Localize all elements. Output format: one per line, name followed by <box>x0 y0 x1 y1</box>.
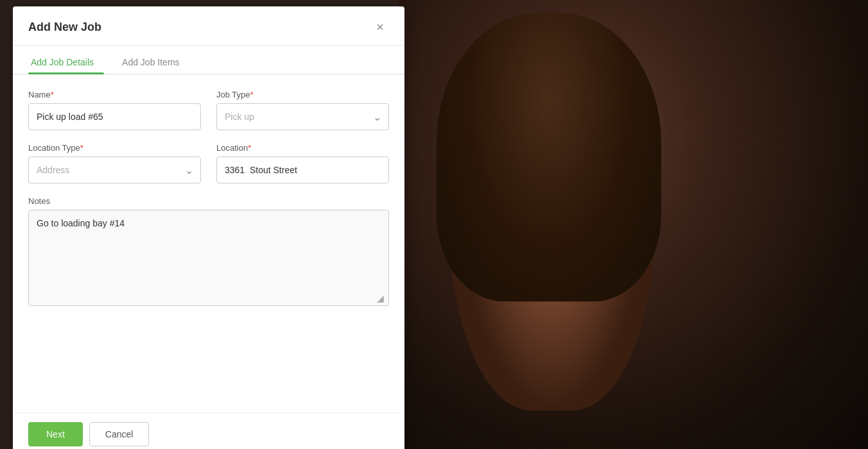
location-type-select-wrapper: Address GPS Coordinates ⌄ <box>28 157 201 183</box>
notes-label: Notes <box>28 196 389 206</box>
name-label: Name* <box>28 90 201 99</box>
modal-title: Add New Job <box>28 21 101 34</box>
tab-bar: Add Job Details Add Job Items <box>13 51 404 74</box>
tab-add-job-items[interactable]: Add Job Items <box>119 51 190 74</box>
close-button[interactable]: × <box>371 18 389 36</box>
job-type-label: Job Type* <box>216 90 389 99</box>
form-row-location: Location Type* Address GPS Coordinates ⌄… <box>28 143 389 183</box>
modal-header: Add New Job × <box>13 6 404 46</box>
job-type-select-wrapper: Pick up Drop off Transfer ⌄ <box>216 103 389 130</box>
form-group-notes: Notes Go to loading bay #14 ◢ <box>28 196 389 309</box>
modal-body: Name* Job Type* Pick up Drop off Transfe… <box>13 74 404 412</box>
form-group-job-type: Job Type* Pick up Drop off Transfer ⌄ <box>216 90 389 130</box>
job-type-select[interactable]: Pick up Drop off Transfer <box>216 103 389 130</box>
notes-textarea-wrapper: Go to loading bay #14 ◢ <box>28 210 389 309</box>
form-row-name-jobtype: Name* Job Type* Pick up Drop off Transfe… <box>28 90 389 130</box>
tab-add-job-details[interactable]: Add Job Details <box>28 51 104 74</box>
notes-textarea[interactable]: Go to loading bay #14 <box>28 210 389 306</box>
next-button[interactable]: Next <box>28 422 83 446</box>
modal-footer: Next Cancel <box>13 412 404 449</box>
add-new-job-modal: Add New Job × Add Job Details Add Job It… <box>13 6 404 449</box>
location-type-select[interactable]: Address GPS Coordinates <box>28 157 201 183</box>
location-type-label: Location Type* <box>28 143 201 153</box>
form-group-location: Location* <box>216 143 389 183</box>
cancel-button[interactable]: Cancel <box>89 422 150 446</box>
form-group-location-type: Location Type* Address GPS Coordinates ⌄ <box>28 143 201 183</box>
form-group-name: Name* <box>28 90 201 130</box>
location-label: Location* <box>216 143 389 153</box>
name-input[interactable] <box>28 103 201 130</box>
location-input[interactable] <box>216 157 389 183</box>
